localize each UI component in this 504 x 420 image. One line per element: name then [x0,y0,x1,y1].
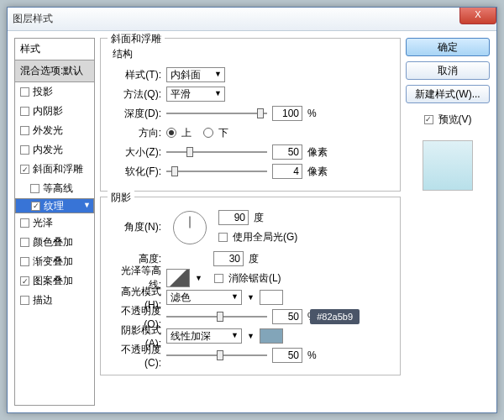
sidebar-checkbox[interactable] [20,238,29,247]
settings-panel: 斜面和浮雕 结构 样式(T):内斜面 方法(Q):平滑 深度(D):100% 方… [100,38,401,406]
size-label: 大小(Z): [109,145,161,160]
new-style-button[interactable]: 新建样式(W)... [406,85,490,103]
soften-label: 软化(F): [109,165,161,179]
shading-group: 阴影 角度(N): 90度 使用全局光(G) 高度:30度 光泽等高线:▼消除锯… [100,197,401,375]
size-input[interactable]: 50 [272,144,302,160]
sidebar-item-9[interactable]: 渐变叠加 [15,252,94,271]
sidebar-item-label: 内发光 [33,143,63,157]
sidebar-checkbox[interactable] [20,165,29,174]
angle-dial[interactable] [173,211,207,244]
styles-sidebar: 样式 混合选项:默认 投影内阴影外发光内发光斜面和浮雕等高线纹理光泽颜色叠加渐变… [14,38,95,406]
bevel-group: 斜面和浮雕 结构 样式(T):内斜面 方法(Q):平滑 深度(D):100% 方… [100,38,401,192]
sidebar-checkbox[interactable] [20,276,29,286]
shading-title: 阴影 [108,191,134,205]
sidebar-item-11[interactable]: 描边 [15,291,94,310]
soften-slider[interactable] [166,165,267,177]
direction-down-radio[interactable] [203,128,213,138]
sidebar-checkbox[interactable] [20,126,29,135]
shadow-opacity-slider[interactable] [166,349,267,361]
color-tooltip: #82a5b9 [310,309,360,324]
highlight-opacity-input[interactable]: 50 [272,309,302,324]
sidebar-item-label: 等高线 [43,181,73,196]
altitude-input[interactable]: 30 [213,251,244,266]
sidebar-item-5[interactable]: 等高线 [15,179,94,198]
sidebar-item-1[interactable]: 内阴影 [15,102,94,121]
sidebar-checkbox[interactable] [20,218,29,228]
shadow-mode-select[interactable]: 线性加深 [166,328,242,344]
sidebar-item-0[interactable]: 投影 [15,82,94,102]
sidebar-checkbox[interactable] [20,87,29,97]
sidebar-item-label: 描边 [33,293,53,307]
sidebar-checkbox[interactable] [30,184,39,193]
group-title: 斜面和浮雕 [108,32,165,46]
sidebar-item-8[interactable]: 颜色叠加 [15,233,94,252]
sidebar-item-label: 内阴影 [33,104,63,118]
depth-input[interactable]: 100 [272,106,302,121]
direction-label: 方向: [109,126,161,140]
sidebar-item-label: 颜色叠加 [33,235,73,249]
global-light-checkbox[interactable] [218,233,228,242]
structure-label: 结构 [113,47,391,61]
shadow-opacity-label: 不透明度(C): [109,343,161,369]
sidebar-item-label: 渐变叠加 [33,255,73,269]
window-title: 图层样式 [13,12,53,26]
sidebar-item-label: 外发光 [33,123,63,138]
ok-button[interactable]: 确定 [406,38,490,56]
sidebar-checkbox[interactable] [20,296,29,305]
sidebar-checkbox[interactable] [20,107,29,116]
gloss-contour-picker[interactable] [166,269,190,287]
titlebar: 图层样式 X [8,8,496,31]
sidebar-item-label: 斜面和浮雕 [33,162,83,176]
highlight-opacity-slider[interactable] [166,311,267,323]
highlight-color-swatch[interactable] [260,290,283,305]
sidebar-item-label: 纹理 [44,199,64,213]
sidebar-checkbox[interactable] [20,257,29,266]
sidebar-item-label: 图案叠加 [33,274,73,288]
angle-label: 角度(N): [109,220,161,234]
sidebar-item-label: 光泽 [33,216,53,230]
sidebar-checkbox[interactable] [31,202,40,211]
action-panel: 确定 取消 新建样式(W)... 预览(V) [406,38,490,406]
preview-swatch [423,140,473,191]
technique-label: 方法(Q): [109,87,161,102]
angle-input[interactable]: 90 [218,210,249,225]
shadow-opacity-input[interactable]: 50 [272,348,302,363]
style-select[interactable]: 内斜面 [166,67,225,82]
depth-label: 深度(D): [109,107,161,121]
highlight-mode-select[interactable]: 滤色 [166,290,242,305]
blend-options[interactable]: 混合选项:默认 [15,60,94,82]
sidebar-item-2[interactable]: 外发光 [15,121,94,140]
cancel-button[interactable]: 取消 [406,61,490,80]
technique-select[interactable]: 平滑 [166,87,225,102]
depth-slider[interactable] [166,108,267,119]
soften-input[interactable]: 4 [272,164,302,179]
preview-checkbox[interactable] [424,115,433,124]
size-slider[interactable] [166,146,267,158]
sidebar-item-6[interactable]: 纹理 [15,198,94,213]
direction-up-radio[interactable] [166,128,176,138]
shadow-color-swatch[interactable] [260,328,283,344]
sidebar-item-10[interactable]: 图案叠加 [15,271,94,291]
sidebar-item-3[interactable]: 内发光 [15,140,94,160]
sidebar-item-7[interactable]: 光泽 [15,213,94,233]
close-button[interactable]: X [459,8,496,24]
sidebar-checkbox[interactable] [20,145,29,155]
sidebar-header: 样式 [15,39,94,60]
sidebar-item-4[interactable]: 斜面和浮雕 [15,160,94,179]
antialias-checkbox[interactable] [214,274,223,283]
style-label: 样式(T): [109,68,161,82]
layer-style-dialog: 图层样式 X 样式 混合选项:默认 投影内阴影外发光内发光斜面和浮雕等高线纹理光… [7,7,497,413]
sidebar-item-label: 投影 [33,85,53,99]
